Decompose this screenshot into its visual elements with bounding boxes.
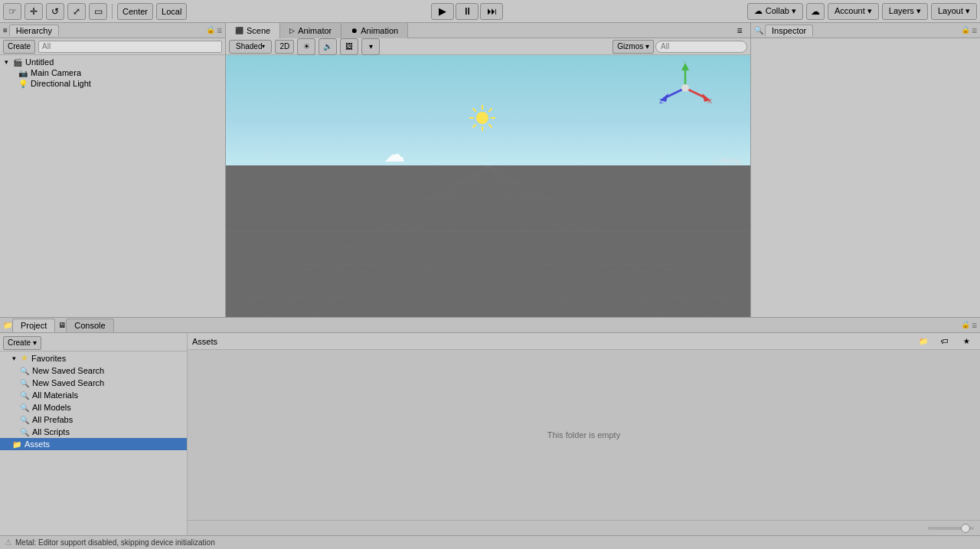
project-item-label: Assets bbox=[24, 440, 50, 449]
svg-text:Z: Z bbox=[659, 97, 664, 105]
assets-panel: Assets 📁 🏷 ★ This folder is empty bbox=[188, 333, 980, 535]
assets-view-btn-2[interactable]: 🏷 bbox=[936, 333, 954, 350]
gizmos-btn[interactable]: Gizmos ▾ bbox=[612, 40, 654, 54]
svg-line-6 bbox=[270, 165, 488, 317]
project-item-all-scripts[interactable]: 🔍 All Scripts bbox=[0, 426, 187, 438]
project-item-label: All Models bbox=[32, 403, 71, 412]
svg-line-21 bbox=[473, 108, 476, 111]
svg-line-0 bbox=[226, 165, 488, 317]
svg-line-1 bbox=[488, 165, 751, 317]
project-item-new-saved-search-2[interactable]: 🔍 New Saved Search bbox=[0, 377, 187, 389]
persp-label: ◁ Persp bbox=[713, 157, 741, 165]
scene-sun bbox=[467, 103, 498, 133]
hierarchy-tab[interactable]: Hierarchy bbox=[9, 25, 59, 36]
svg-line-7 bbox=[488, 165, 707, 317]
animation-tab[interactable]: ⏺ Animation bbox=[341, 23, 408, 38]
hand-tool-btn[interactable]: ☞ bbox=[3, 3, 21, 20]
inspector-menu-icon[interactable]: ≡ bbox=[972, 25, 977, 36]
svg-text:X: X bbox=[707, 97, 712, 105]
hierarchy-create-btn[interactable]: Create bbox=[3, 40, 35, 54]
toolbar-right: ☁ Collab ▾ ☁ Account ▾ Layers ▾ Layout ▾ bbox=[747, 3, 977, 20]
2d-btn[interactable]: 2D bbox=[275, 40, 294, 54]
saved-search-icon-2: 🔍 bbox=[20, 379, 29, 387]
assets-folder-icon: 📁 bbox=[12, 440, 21, 449]
hierarchy-tab-icon: ≡ bbox=[3, 26, 8, 34]
inspector-lock-icon: 🔒 bbox=[961, 25, 970, 36]
shading-mode-btn[interactable]: Shaded ▾ bbox=[229, 40, 272, 54]
status-message: Metal: Editor support disabled, skipping… bbox=[15, 538, 215, 547]
separator-1 bbox=[112, 4, 113, 19]
hierarchy-item-untitled[interactable]: ▾ 🎬 Untitled bbox=[0, 57, 225, 67]
svg-line-3 bbox=[400, 165, 488, 317]
hierarchy-lock-icon: 🔒 bbox=[206, 25, 215, 36]
pause-btn[interactable]: ⏸ bbox=[456, 3, 479, 20]
move-tool-btn[interactable]: ✛ bbox=[24, 3, 43, 20]
layers-btn[interactable]: Layers ▾ bbox=[882, 3, 928, 20]
assets-zoom-slider[interactable] bbox=[928, 527, 974, 530]
project-tab[interactable]: Project bbox=[12, 319, 55, 332]
project-item-assets[interactable]: 📁 Assets bbox=[0, 438, 187, 450]
shading-mode-label: Shaded bbox=[236, 42, 262, 51]
scale-tool-btn[interactable]: ⤢ bbox=[67, 3, 86, 20]
svg-text:Y: Y bbox=[682, 61, 687, 64]
svg-line-22 bbox=[488, 124, 492, 127]
project-tree: Create ▾ ▾ ★ Favorites 🔍 New Saved Searc… bbox=[0, 333, 188, 535]
shading-chevron-icon: ▾ bbox=[262, 43, 265, 50]
project-item-new-saved-search-1[interactable]: 🔍 New Saved Search bbox=[0, 364, 187, 377]
svg-marker-26 bbox=[681, 63, 689, 70]
rotate-tool-btn[interactable]: ↺ bbox=[46, 3, 64, 20]
scene-panel-menu[interactable]: ≡ bbox=[730, 23, 749, 39]
animator-tab-icon: ▷ bbox=[289, 27, 295, 34]
audio-btn[interactable]: 🔊 bbox=[318, 38, 337, 55]
layout-btn[interactable]: Layout ▾ bbox=[931, 3, 977, 20]
assets-zoom-thumb[interactable] bbox=[961, 524, 970, 533]
cloud-icon-btn[interactable]: ☁ bbox=[806, 3, 825, 20]
scene-search-input[interactable] bbox=[655, 41, 747, 53]
hierarchy-panel-icons: 🔒 ≡ bbox=[206, 25, 222, 36]
play-btn[interactable]: ▶ bbox=[431, 3, 454, 20]
hierarchy-item-label: Main Camera bbox=[31, 68, 81, 77]
step-btn[interactable]: ⏭ bbox=[480, 3, 503, 20]
project-menu-icon[interactable]: ≡ bbox=[972, 320, 977, 331]
expand-arrow-untitled: ▾ bbox=[5, 58, 8, 66]
rect-tool-btn[interactable]: ▭ bbox=[89, 3, 107, 20]
collab-btn[interactable]: ☁ Collab ▾ bbox=[747, 3, 803, 20]
hierarchy-item-main-camera[interactable]: 📷 Main Camera bbox=[0, 67, 225, 78]
assets-toolbar: Assets 📁 🏷 ★ bbox=[188, 333, 980, 350]
inspector-tab[interactable]: Inspector bbox=[765, 25, 813, 36]
scene-tab[interactable]: ⬛ Scene bbox=[226, 23, 280, 38]
inspector-panel-icons: 🔒 ≡ bbox=[961, 25, 977, 36]
favorites-star-icon: ★ bbox=[21, 353, 28, 363]
center-btn[interactable]: Center bbox=[117, 3, 153, 20]
project-item-all-prefabs[interactable]: 🔍 All Prefabs bbox=[0, 413, 187, 426]
svg-line-23 bbox=[488, 108, 492, 111]
hierarchy-search-input[interactable] bbox=[38, 41, 222, 53]
folder-icon: 📁 bbox=[3, 321, 12, 329]
assets-label: Assets bbox=[192, 337, 217, 346]
console-icon: 🖥 bbox=[58, 321, 66, 329]
assets-view-btn-3[interactable]: ★ bbox=[957, 333, 975, 350]
collab-icon: ☁ bbox=[754, 6, 763, 16]
status-bar: ⚠ Metal: Editor support disabled, skippi… bbox=[0, 535, 980, 549]
hierarchy-item-directional-light[interactable]: 💡 Directional Light bbox=[0, 78, 225, 89]
project-toolbar: Create ▾ bbox=[0, 335, 187, 351]
hierarchy-menu-icon[interactable]: ≡ bbox=[217, 25, 222, 36]
animator-tab[interactable]: ▷ Animator bbox=[280, 23, 341, 38]
effects-btn[interactable]: 🖼 bbox=[340, 38, 358, 55]
scene-cloud: ☁ bbox=[384, 142, 405, 167]
project-create-btn[interactable]: Create ▾ bbox=[3, 336, 41, 350]
scene-extra-btn[interactable]: ▾ bbox=[361, 38, 380, 55]
local-btn[interactable]: Local bbox=[156, 3, 187, 20]
console-tab[interactable]: Console bbox=[66, 319, 113, 332]
account-btn[interactable]: Account ▾ bbox=[828, 3, 879, 20]
project-item-all-materials[interactable]: 🔍 All Materials bbox=[0, 389, 187, 401]
project-item-label: New Saved Search bbox=[32, 378, 104, 387]
all-materials-icon: 🔍 bbox=[20, 391, 29, 400]
project-item-all-models[interactable]: 🔍 All Models bbox=[0, 401, 187, 413]
assets-view-btn-1[interactable]: 📁 bbox=[914, 333, 933, 350]
lighting-btn[interactable]: ☀ bbox=[297, 38, 315, 55]
scene-view: ☁ X Z Y ◁ Persp bbox=[226, 55, 750, 317]
inspector-content bbox=[751, 38, 980, 317]
project-item-favorites[interactable]: ▾ ★ Favorites bbox=[0, 351, 187, 364]
svg-line-5 bbox=[488, 165, 663, 317]
